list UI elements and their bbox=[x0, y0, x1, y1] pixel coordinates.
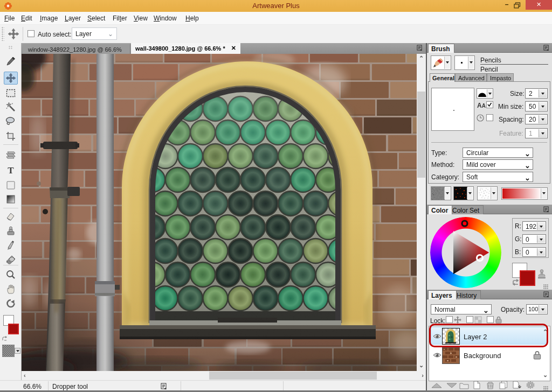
svg-text:T: T bbox=[8, 165, 14, 176]
